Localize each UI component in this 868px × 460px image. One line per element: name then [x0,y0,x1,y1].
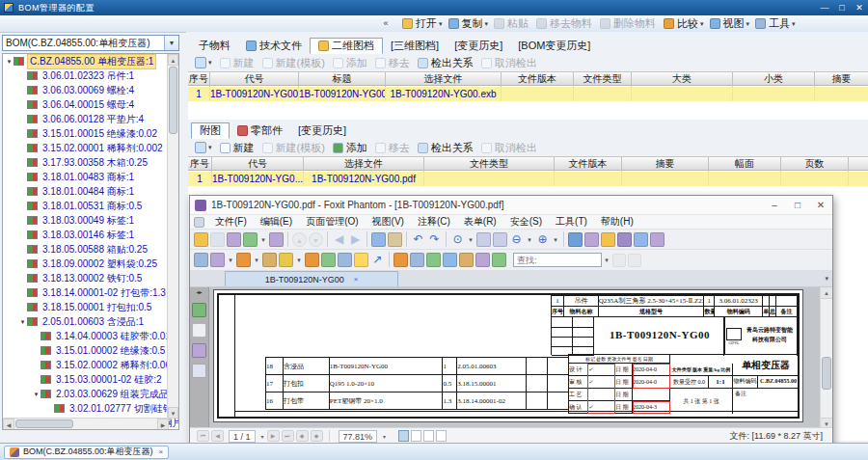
close-button[interactable]: ✕ [809,200,832,210]
maximize-button[interactable]: □ [833,3,851,13]
last-page-icon[interactable]: ⏭ [282,430,294,442]
tree-item[interactable]: 3.06.03.00069 螺栓:4 [3,83,167,97]
tree-item[interactable]: 3.17.93.00358 木箱:0.25 [3,155,167,170]
tree-item[interactable]: 3.18.13.00002 铁钉:0.5 [3,271,167,285]
facing-layout-icon[interactable] [423,430,434,442]
tree-item[interactable]: ▾ 2.03.03.00629 组装完成品:1 [3,387,167,401]
expand-arrow-icon[interactable]: ▾ [5,58,14,66]
delete-material-button[interactable]: 删除物料 [600,16,658,31]
column-header[interactable]: 页数 [781,157,849,172]
dropdown-icon[interactable]: ▾ [526,232,533,247]
select-text-icon[interactable] [584,232,599,247]
close-button[interactable]: ✕ [851,3,868,13]
minimize-button[interactable]: — [816,3,833,13]
tab-list-icon[interactable]: ▾ [825,275,828,283]
column-header[interactable]: 序号 [188,72,210,87]
sign-document-icon[interactable] [492,253,506,267]
scroll-left-arrow-icon[interactable]: ◀ [3,419,14,430]
stamp-icon[interactable] [236,253,251,267]
single-page-layout-icon[interactable] [398,430,409,442]
tab[interactable]: 零部件 [230,122,290,139]
multimedia-icon[interactable] [426,253,441,267]
tree-item[interactable]: ▾ C.BZ.04855.00 单相变压器:1 [3,54,167,68]
collapse-pane-icon[interactable]: ◂▸ [190,287,208,297]
page-down-icon[interactable]: ▼ [309,232,323,247]
attach-file-icon[interactable] [262,253,277,267]
column-header[interactable]: 摘要 [815,72,868,87]
close-tab-icon[interactable]: × [354,275,359,284]
tree-item[interactable]: 3.06.01.02323 吊件:1 [3,68,167,83]
checkout-relation-button[interactable]: 检出关系 [418,141,474,155]
redo-icon[interactable]: ↷ [427,232,442,247]
menu-item[interactable]: 帮助(H) [594,215,640,229]
chevron-down-icon[interactable]: ▾ [603,253,610,267]
menu-item[interactable]: 工具(T) [549,215,594,229]
column-header[interactable]: 文件类型 [424,157,555,172]
tree-item[interactable]: 3.15.03.00001-02 硅胶:2 [3,372,167,387]
chevron-down-icon[interactable]: ▾ [383,433,386,440]
next-view-icon[interactable]: ◆ [311,430,323,442]
paste-button[interactable]: 粘贴 [494,16,530,31]
list-view-button[interactable]: ▾ [195,142,212,153]
tree-item[interactable]: 3.15.01.00002 绝缘漆:0.5 [3,343,167,358]
column-header[interactable]: 摘要 [622,157,709,172]
list-view-button[interactable]: ▾ [195,57,212,68]
tab[interactable]: [变更历史] [447,38,510,54]
arrow-annotation-icon[interactable]: ↗ [370,253,385,267]
note-page-icon[interactable] [338,253,352,267]
page-up-icon[interactable]: ▲ [292,232,307,247]
column-header[interactable]: 代号 [210,72,299,87]
highlight-icon[interactable] [305,253,319,267]
zoom-in-icon[interactable]: ⊕ [535,232,550,247]
maximize-button[interactable]: □ [786,200,809,210]
tab[interactable]: [三维图档] [383,38,447,54]
hand-tool-icon[interactable] [568,232,583,247]
dropdown-icon[interactable]: ▾ [227,253,234,267]
select-annotation-icon[interactable] [601,232,615,247]
tree-item[interactable]: 3.02.01.02777 切割硅钢片:36 [3,401,167,416]
remove-button[interactable]: 移去 [375,56,410,70]
foxit-title-bar[interactable]: 1B-T009120N-YG00.pdf - Foxit Phantom - [… [190,196,832,215]
tab[interactable]: 附图 [191,122,230,139]
image-annotation-icon[interactable] [410,253,424,267]
tree-item[interactable]: 3.18.09.00002 塑料袋:0.25 [3,257,167,271]
callout-icon[interactable] [354,253,368,267]
find-input[interactable] [513,253,602,267]
column-header[interactable]: 文件类型 [574,72,632,87]
expand-arrow-icon[interactable]: ▾ [32,391,41,398]
pencil-annotation-icon[interactable] [210,253,225,267]
zoom-tool-icon[interactable]: ⊙ [450,232,465,247]
close-task-icon[interactable]: × [159,447,164,456]
pages-panel-icon[interactable] [192,323,206,338]
remove-button[interactable]: 移去 [375,141,410,155]
view-button[interactable]: 视图 ▾ [710,16,750,31]
fit-page-icon[interactable] [493,232,507,247]
remove-material-button[interactable]: 移去物料 [536,16,594,31]
copy-button[interactable]: 复制 ▾ [448,16,489,31]
tree-item[interactable]: 3.14.04.00003 硅胶带:0.01 [3,329,167,343]
scroll-up-arrow-icon[interactable]: ▲ [168,54,178,66]
tree-item[interactable]: 3.06.06.00128 平垫片:4 [3,112,167,126]
document-properties-icon[interactable] [650,232,665,247]
comments-panel-icon[interactable] [192,343,206,358]
expand-arrow-icon[interactable]: ▾ [18,318,27,326]
cancel-checkout-button[interactable]: 取消检出 [481,141,537,155]
clipboard-icon[interactable] [388,232,402,247]
next-view-icon[interactable]: ▶ [348,232,363,247]
link-icon[interactable] [459,253,474,267]
new-button[interactable]: 新建 [220,56,255,70]
menu-item[interactable]: 页面管理(O) [299,215,365,229]
email-icon[interactable] [243,232,258,247]
menu-item[interactable]: 表单(R) [457,215,503,229]
tree-item[interactable]: 3.15.01.00015 绝缘漆:0.02 [3,126,167,141]
first-page-icon[interactable]: ⏮ [197,430,209,442]
open-bom-task-item[interactable]: BOM(C.BZ.04855.00:单相变压器) × [4,446,169,459]
tab[interactable]: 二维图档 [310,38,383,54]
next-page-icon[interactable]: ▶ [267,430,280,442]
menu-item[interactable]: 安全(S) [503,215,549,229]
scrollbar-thumb[interactable] [15,419,73,428]
document-tab[interactable]: 1B-T009120N-YG00 × [225,271,398,286]
open-icon[interactable] [194,232,208,247]
tree-item[interactable]: 3.15.02.00001 稀释剂:0.002 [3,141,167,155]
new-button[interactable]: 新建 [220,141,255,155]
